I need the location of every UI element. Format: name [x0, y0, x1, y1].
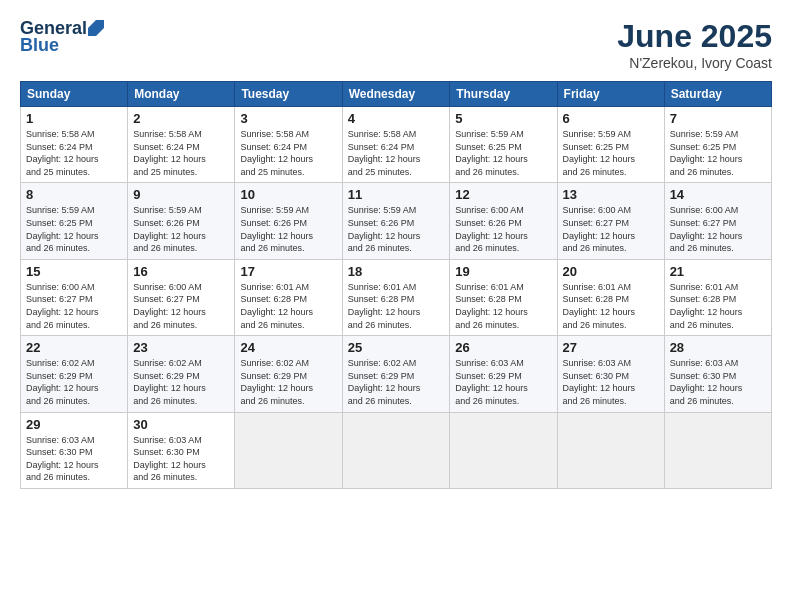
- sunset-label: Sunset: 6:26 PM: [455, 218, 522, 228]
- sunset-label: Sunset: 6:25 PM: [26, 218, 93, 228]
- calendar-day-cell: 30 Sunrise: 6:03 AM Sunset: 6:30 PM Dayl…: [128, 412, 235, 488]
- sunrise-label: Sunrise: 5:59 AM: [348, 205, 417, 215]
- daylight-minutes: and 26 minutes.: [240, 243, 304, 253]
- daylight-label: Daylight: 12 hours: [133, 154, 206, 164]
- day-number: 24: [240, 340, 336, 355]
- daylight-minutes: and 26 minutes.: [455, 396, 519, 406]
- day-number: 5: [455, 111, 551, 126]
- sunset-label: Sunset: 6:24 PM: [240, 142, 307, 152]
- daylight-minutes: and 26 minutes.: [133, 243, 197, 253]
- day-number: 19: [455, 264, 551, 279]
- sunset-label: Sunset: 6:28 PM: [670, 294, 737, 304]
- calendar-day-cell: [235, 412, 342, 488]
- header-monday: Monday: [128, 82, 235, 107]
- day-number: 6: [563, 111, 659, 126]
- daylight-minutes: and 26 minutes.: [240, 320, 304, 330]
- calendar-day-cell: [664, 412, 771, 488]
- sunrise-label: Sunrise: 5:58 AM: [133, 129, 202, 139]
- sunset-label: Sunset: 6:27 PM: [670, 218, 737, 228]
- calendar-day-cell: 15 Sunrise: 6:00 AM Sunset: 6:27 PM Dayl…: [21, 259, 128, 335]
- day-number: 11: [348, 187, 445, 202]
- calendar-day-cell: 29 Sunrise: 6:03 AM Sunset: 6:30 PM Dayl…: [21, 412, 128, 488]
- sunset-label: Sunset: 6:29 PM: [133, 371, 200, 381]
- day-details: Sunrise: 6:01 AM Sunset: 6:28 PM Dayligh…: [348, 281, 445, 331]
- calendar-day-cell: 23 Sunrise: 6:02 AM Sunset: 6:29 PM Dayl…: [128, 336, 235, 412]
- calendar-week-row: 22 Sunrise: 6:02 AM Sunset: 6:29 PM Dayl…: [21, 336, 772, 412]
- day-details: Sunrise: 6:03 AM Sunset: 6:30 PM Dayligh…: [133, 434, 229, 484]
- daylight-label: Daylight: 12 hours: [348, 383, 421, 393]
- daylight-minutes: and 26 minutes.: [670, 243, 734, 253]
- sunrise-label: Sunrise: 6:01 AM: [348, 282, 417, 292]
- daylight-label: Daylight: 12 hours: [133, 460, 206, 470]
- day-number: 1: [26, 111, 122, 126]
- daylight-label: Daylight: 12 hours: [455, 154, 528, 164]
- calendar-week-row: 1 Sunrise: 5:58 AM Sunset: 6:24 PM Dayli…: [21, 107, 772, 183]
- header-wednesday: Wednesday: [342, 82, 450, 107]
- daylight-label: Daylight: 12 hours: [670, 307, 743, 317]
- daylight-label: Daylight: 12 hours: [240, 154, 313, 164]
- day-number: 14: [670, 187, 766, 202]
- calendar-day-cell: 26 Sunrise: 6:03 AM Sunset: 6:29 PM Dayl…: [450, 336, 557, 412]
- sunrise-label: Sunrise: 6:03 AM: [563, 358, 632, 368]
- sunrise-label: Sunrise: 6:01 AM: [240, 282, 309, 292]
- daylight-minutes: and 26 minutes.: [563, 167, 627, 177]
- sunrise-label: Sunrise: 6:03 AM: [133, 435, 202, 445]
- daylight-label: Daylight: 12 hours: [26, 307, 99, 317]
- header-friday: Friday: [557, 82, 664, 107]
- sunrise-label: Sunrise: 6:00 AM: [670, 205, 739, 215]
- sunset-label: Sunset: 6:25 PM: [455, 142, 522, 152]
- sunrise-label: Sunrise: 6:00 AM: [26, 282, 95, 292]
- calendar-day-cell: 14 Sunrise: 6:00 AM Sunset: 6:27 PM Dayl…: [664, 183, 771, 259]
- day-number: 20: [563, 264, 659, 279]
- header-tuesday: Tuesday: [235, 82, 342, 107]
- daylight-label: Daylight: 12 hours: [563, 231, 636, 241]
- day-number: 21: [670, 264, 766, 279]
- calendar-day-cell: 3 Sunrise: 5:58 AM Sunset: 6:24 PM Dayli…: [235, 107, 342, 183]
- day-number: 16: [133, 264, 229, 279]
- daylight-label: Daylight: 12 hours: [26, 154, 99, 164]
- calendar-day-cell: 12 Sunrise: 6:00 AM Sunset: 6:26 PM Dayl…: [450, 183, 557, 259]
- day-number: 13: [563, 187, 659, 202]
- weekday-header-row: Sunday Monday Tuesday Wednesday Thursday…: [21, 82, 772, 107]
- daylight-minutes: and 26 minutes.: [563, 243, 627, 253]
- calendar-week-row: 8 Sunrise: 5:59 AM Sunset: 6:25 PM Dayli…: [21, 183, 772, 259]
- day-details: Sunrise: 6:02 AM Sunset: 6:29 PM Dayligh…: [240, 357, 336, 407]
- sunset-label: Sunset: 6:30 PM: [133, 447, 200, 457]
- daylight-minutes: and 26 minutes.: [670, 396, 734, 406]
- sunset-label: Sunset: 6:24 PM: [133, 142, 200, 152]
- calendar-day-cell: 18 Sunrise: 6:01 AM Sunset: 6:28 PM Dayl…: [342, 259, 450, 335]
- sunset-label: Sunset: 6:29 PM: [348, 371, 415, 381]
- day-number: 2: [133, 111, 229, 126]
- sunset-label: Sunset: 6:28 PM: [455, 294, 522, 304]
- month-title: June 2025: [617, 18, 772, 55]
- sunrise-label: Sunrise: 6:03 AM: [455, 358, 524, 368]
- calendar-day-cell: 11 Sunrise: 5:59 AM Sunset: 6:26 PM Dayl…: [342, 183, 450, 259]
- daylight-minutes: and 26 minutes.: [348, 396, 412, 406]
- sunrise-label: Sunrise: 5:59 AM: [133, 205, 202, 215]
- daylight-minutes: and 26 minutes.: [670, 167, 734, 177]
- sunset-label: Sunset: 6:29 PM: [240, 371, 307, 381]
- sunset-label: Sunset: 6:26 PM: [133, 218, 200, 228]
- sunset-label: Sunset: 6:29 PM: [455, 371, 522, 381]
- calendar-day-cell: 7 Sunrise: 5:59 AM Sunset: 6:25 PM Dayli…: [664, 107, 771, 183]
- daylight-minutes: and 26 minutes.: [26, 243, 90, 253]
- sunrise-label: Sunrise: 5:58 AM: [348, 129, 417, 139]
- logo: General Blue: [20, 18, 104, 56]
- calendar-day-cell: 16 Sunrise: 6:00 AM Sunset: 6:27 PM Dayl…: [128, 259, 235, 335]
- daylight-label: Daylight: 12 hours: [240, 307, 313, 317]
- calendar-day-cell: [342, 412, 450, 488]
- calendar-day-cell: 5 Sunrise: 5:59 AM Sunset: 6:25 PM Dayli…: [450, 107, 557, 183]
- daylight-label: Daylight: 12 hours: [348, 307, 421, 317]
- sunset-label: Sunset: 6:28 PM: [348, 294, 415, 304]
- day-details: Sunrise: 6:03 AM Sunset: 6:30 PM Dayligh…: [26, 434, 122, 484]
- sunrise-label: Sunrise: 6:00 AM: [133, 282, 202, 292]
- day-details: Sunrise: 6:02 AM Sunset: 6:29 PM Dayligh…: [133, 357, 229, 407]
- day-details: Sunrise: 5:59 AM Sunset: 6:25 PM Dayligh…: [26, 204, 122, 254]
- sunrise-label: Sunrise: 6:02 AM: [26, 358, 95, 368]
- sunrise-label: Sunrise: 6:03 AM: [670, 358, 739, 368]
- daylight-minutes: and 26 minutes.: [26, 320, 90, 330]
- day-details: Sunrise: 6:01 AM Sunset: 6:28 PM Dayligh…: [670, 281, 766, 331]
- daylight-label: Daylight: 12 hours: [26, 231, 99, 241]
- day-details: Sunrise: 5:59 AM Sunset: 6:26 PM Dayligh…: [133, 204, 229, 254]
- day-number: 28: [670, 340, 766, 355]
